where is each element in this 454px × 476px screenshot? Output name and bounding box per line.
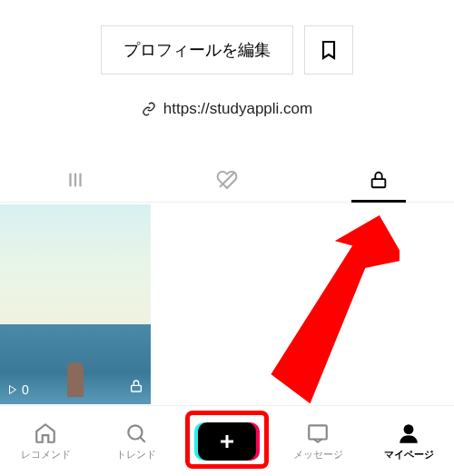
video-thumbnail[interactable]: 0 xyxy=(0,204,151,404)
bottom-nav: レコメンド トレンド メッセージ マイページ xyxy=(0,405,454,476)
nav-create[interactable] xyxy=(182,422,272,461)
create-button[interactable] xyxy=(198,422,256,461)
svg-point-13 xyxy=(404,424,414,434)
svg-rect-4 xyxy=(371,179,385,187)
posts-icon xyxy=(65,170,85,190)
heart-off-icon xyxy=(216,169,238,191)
svg-rect-12 xyxy=(309,425,327,439)
profile-link-text: https://studyappli.com xyxy=(163,100,312,118)
svg-rect-6 xyxy=(132,385,142,392)
home-icon xyxy=(34,421,57,445)
edit-profile-button[interactable]: プロフィールを編集 xyxy=(101,25,293,74)
play-count: 0 xyxy=(7,382,29,397)
plus-icon xyxy=(216,431,238,452)
message-icon xyxy=(306,421,330,445)
nav-mypage-label: マイページ xyxy=(384,448,434,461)
profile-tabs xyxy=(0,158,454,203)
svg-line-9 xyxy=(140,437,144,441)
video-lock-icon xyxy=(129,379,143,397)
nav-trend-label: トレンド xyxy=(116,448,156,461)
link-icon xyxy=(142,102,156,116)
nav-home-label: レコメンド xyxy=(21,448,71,461)
search-icon xyxy=(124,421,148,445)
lock-icon xyxy=(369,170,389,190)
bookmark-button[interactable] xyxy=(304,25,353,74)
tab-posts[interactable] xyxy=(0,158,152,202)
video-grid: 0 xyxy=(0,203,454,404)
nav-message[interactable]: メッセージ xyxy=(272,421,363,461)
tab-liked[interactable] xyxy=(152,158,303,202)
profile-link[interactable]: https://studyappli.com xyxy=(142,100,312,118)
svg-point-8 xyxy=(128,425,142,439)
tab-private[interactable] xyxy=(302,158,454,202)
nav-message-label: メッセージ xyxy=(293,448,343,461)
svg-marker-5 xyxy=(10,386,16,394)
bookmark-icon xyxy=(318,39,340,61)
nav-trend[interactable]: トレンド xyxy=(91,421,182,461)
person-icon xyxy=(397,421,420,445)
nav-home[interactable]: レコメンド xyxy=(0,421,91,461)
nav-mypage[interactable]: マイページ xyxy=(363,421,454,461)
play-icon xyxy=(7,384,18,395)
